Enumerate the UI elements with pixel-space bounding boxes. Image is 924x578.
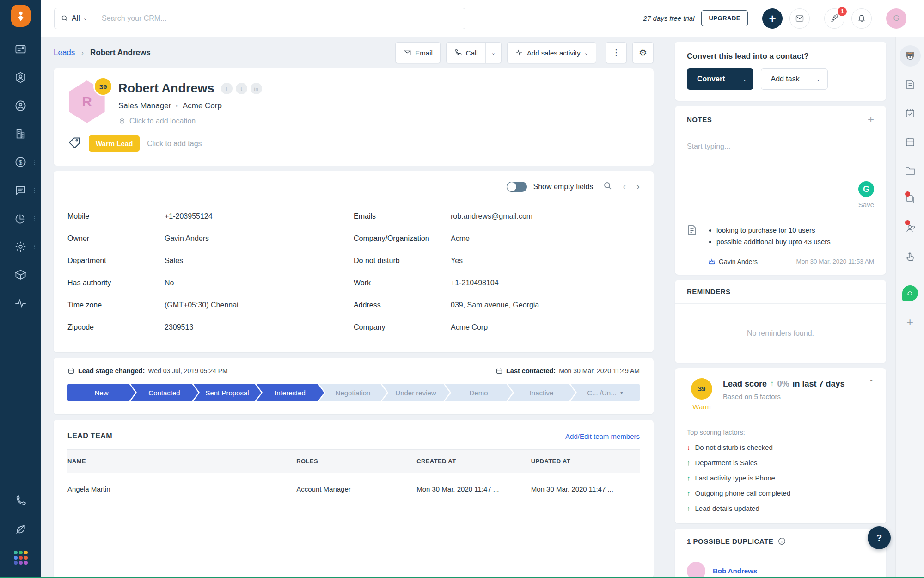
stage-inactive[interactable]: Inactive <box>508 384 575 401</box>
call-button[interactable]: Call <box>447 43 485 63</box>
prev-page-button[interactable]: ‹ <box>623 182 626 192</box>
search-scope-dropdown[interactable]: All ⌄ <box>55 8 94 29</box>
last-contacted-value: Mon 30 Mar, 2020 11:49 AM <box>559 367 640 375</box>
search-fields-button[interactable] <box>603 181 612 192</box>
stage-under-review[interactable]: Under review <box>382 384 450 401</box>
settings-overflow-icon[interactable]: ⋮ <box>31 245 37 249</box>
linkedin-icon[interactable]: in <box>251 83 262 94</box>
note-author: Gavin Anders <box>708 258 758 265</box>
breadcrumb: Leads › Robert Andrews Email Call ⌄ Add … <box>54 37 654 68</box>
rail-calendar-button[interactable] <box>905 128 916 156</box>
add-sales-activity-button[interactable]: Add sales activity⌄ <box>507 42 596 63</box>
lead-team-title: LEAD TEAM <box>67 432 112 440</box>
phone-icon <box>454 49 462 57</box>
email-inbox-button[interactable] <box>789 8 810 29</box>
add-edit-team-link[interactable]: Add/Edit team members <box>565 432 640 440</box>
stage-demo[interactable]: Demo <box>445 384 513 401</box>
divider <box>817 12 817 25</box>
rail-engagement-button[interactable] <box>905 242 916 271</box>
more-actions-button[interactable]: ⋮ <box>606 42 627 63</box>
table-row[interactable]: Angela Martin Account Manager Mon 30 Mar… <box>67 473 640 505</box>
rail-add-widget-button[interactable]: + <box>906 307 913 336</box>
rail-participants-button[interactable] <box>905 214 916 242</box>
info-icon[interactable] <box>778 537 786 545</box>
scoring-factor: ↑Last activity type is Phone <box>687 474 874 482</box>
page-settings-button[interactable]: ⚙ <box>632 42 654 63</box>
duplicate-name-link[interactable]: Bob Andrews <box>713 567 757 575</box>
sidebar-item-deals[interactable]: $⋮ <box>0 148 41 176</box>
sidebar-item-phone[interactable] <box>0 487 41 515</box>
save-note-button[interactable]: Save <box>858 201 874 209</box>
quick-add-button[interactable]: + <box>762 8 783 29</box>
rail-files-button[interactable] <box>905 156 916 185</box>
lead-team-card: LEAD TEAM Add/Edit team members NAME ROL… <box>54 420 654 578</box>
deals-overflow-icon[interactable]: ⋮ <box>31 160 37 165</box>
show-empty-fields-toggle[interactable] <box>507 182 527 192</box>
sidebar-item-dashboard[interactable] <box>0 35 41 63</box>
stage-overflow-dropdown[interactable]: C... /Un...▾ <box>570 384 640 401</box>
user-avatar[interactable]: G <box>886 8 906 29</box>
field-label: Department <box>67 257 165 265</box>
add-task-button[interactable]: Add task <box>761 69 808 89</box>
freshworks-logo[interactable] <box>11 5 31 27</box>
rail-notes-button[interactable] <box>905 70 916 99</box>
stage-changed-value: Wed 03 Jul, 2019 05:24 PM <box>148 367 228 375</box>
sidebar-item-reports[interactable]: ⋮ <box>0 204 41 233</box>
note-bullet: possible additional buy upto 43 users <box>716 236 874 248</box>
field-label: Emails <box>354 212 451 221</box>
sidebar-item-leads[interactable] <box>0 63 41 92</box>
add-location-button[interactable]: Click to add location <box>118 117 262 125</box>
cell-created: Mon 30 Mar, 2020 11:47 ... <box>416 473 531 505</box>
sidebar-item-contacts[interactable] <box>0 92 41 120</box>
stage-negotiation[interactable]: Negotiation <box>319 384 387 401</box>
sidebar-item-products[interactable] <box>0 261 41 289</box>
sidebar-item-activities[interactable] <box>0 289 41 317</box>
conversations-overflow-icon[interactable]: ⋮ <box>31 188 37 193</box>
freshdesk-button[interactable] <box>902 279 918 307</box>
next-page-button[interactable]: › <box>636 182 640 192</box>
main-content: Leads › Robert Andrews Email Call ⌄ Add … <box>41 37 666 578</box>
search-input[interactable] <box>94 14 465 23</box>
add-tags-button[interactable]: Click to add tags <box>147 140 202 148</box>
field-value-link[interactable]: +1-203955124 <box>165 212 213 221</box>
call-dropdown-button[interactable]: ⌄ <box>485 43 501 63</box>
folder-icon <box>905 165 916 176</box>
sidebar-item-settings[interactable]: ⋮ <box>0 233 41 261</box>
convert-dropdown-button[interactable]: ⌄ <box>735 68 753 90</box>
stage-sent-proposal[interactable]: Sent Proposal <box>193 384 261 401</box>
sidebar-item-apps[interactable] <box>0 543 41 572</box>
field-label: Work <box>354 279 451 287</box>
field-value-link[interactable]: rob.andrews@gmail.com <box>451 212 532 221</box>
upgrade-button[interactable]: UPGRADE <box>701 10 748 26</box>
twitter-icon[interactable]: t <box>236 83 247 94</box>
whats-new-button[interactable]: 1 <box>824 8 844 29</box>
rail-duplicates-button[interactable] <box>905 185 916 214</box>
add-note-button[interactable]: + <box>868 114 874 125</box>
location-pin-icon <box>118 117 126 125</box>
stage-interested[interactable]: Interested <box>256 384 324 401</box>
notifications-button[interactable] <box>851 8 872 29</box>
help-button[interactable]: ? <box>868 526 891 549</box>
facebook-icon[interactable]: f <box>221 83 233 94</box>
note-input[interactable]: Start typing... <box>687 142 874 181</box>
add-task-dropdown-button[interactable]: ⌄ <box>809 69 827 89</box>
warm-lead-tag[interactable]: Warm Lead <box>89 135 140 152</box>
field-value: 039, Sam avenue, Georgia <box>451 301 539 309</box>
sidebar-item-conversations[interactable]: ⋮ <box>0 176 41 204</box>
field-value-link[interactable]: Acme Corp <box>451 323 488 332</box>
reports-overflow-icon[interactable]: ⋮ <box>31 216 37 221</box>
field-value-link[interactable]: +1-210498104 <box>451 279 499 287</box>
stage-contacted[interactable]: Contacted <box>130 384 198 401</box>
add-sales-activity-label: Add sales activity <box>527 49 581 57</box>
sidebar-item-switcher[interactable] <box>0 515 41 543</box>
last-contacted: Last contacted: Mon 30 Mar, 2020 11:49 A… <box>496 367 640 375</box>
collapse-chevron-up-icon[interactable]: ⌃ <box>869 378 874 411</box>
freddy-ai-button[interactable] <box>900 42 921 70</box>
stage-new[interactable]: New <box>67 384 135 401</box>
breadcrumb-leads-link[interactable]: Leads <box>54 48 75 57</box>
sidebar-item-accounts[interactable] <box>0 120 41 148</box>
rail-tasks-button[interactable] <box>905 99 916 128</box>
field-value: Yes <box>451 257 463 265</box>
convert-button[interactable]: Convert <box>687 68 735 90</box>
email-button[interactable]: Email <box>395 42 441 63</box>
